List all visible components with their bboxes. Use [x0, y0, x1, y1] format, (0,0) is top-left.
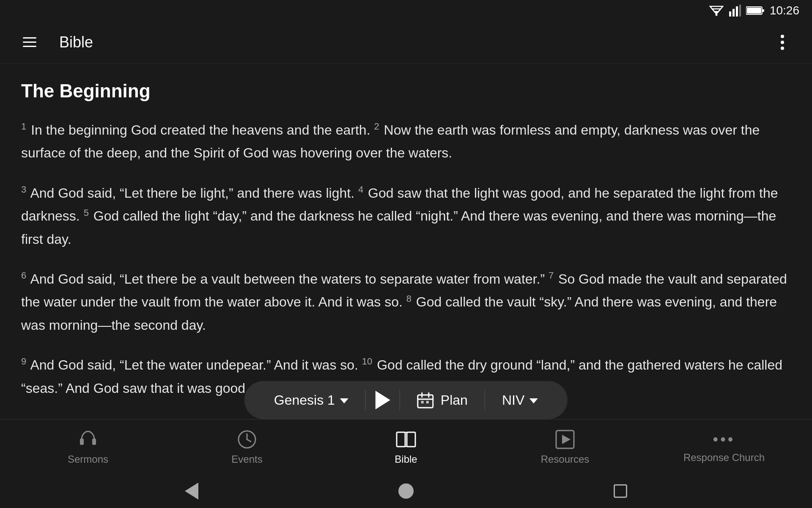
verse-text-9a: And God said, “Let the water unde — [27, 357, 236, 373]
svg-rect-3 — [736, 6, 738, 17]
verse-num-2: 2 — [374, 121, 379, 132]
tab-bible-label: Bible — [395, 453, 417, 465]
verse-text-3: And God said, “Let there be light,” and … — [27, 185, 358, 201]
status-time: 10:26 — [770, 4, 799, 17]
tab-response-church[interactable]: ••• Response Church — [645, 426, 804, 468]
tab-bible[interactable]: Bible — [326, 425, 486, 469]
more-vertical-icon — [780, 33, 785, 52]
chapter-chevron-icon — [340, 398, 348, 403]
more-options-button[interactable] — [770, 30, 795, 55]
audio-play-button[interactable] — [370, 387, 395, 413]
svg-point-10 — [781, 47, 784, 50]
hamburger-icon — [23, 37, 36, 47]
verse-num-4: 4 — [358, 184, 363, 195]
verse-block-6-8: 6 And God said, “Let there be a vault be… — [21, 268, 791, 337]
play-square-icon — [554, 429, 576, 450]
recents-icon — [614, 484, 627, 498]
verse-num-3: 3 — [21, 184, 26, 195]
verse-num-9: 9 — [21, 356, 26, 367]
version-label: NIV — [502, 392, 524, 408]
svg-rect-11 — [418, 395, 433, 408]
chapter-selector[interactable]: Genesis 1 — [261, 392, 361, 408]
svg-rect-17 — [80, 439, 84, 445]
home-icon — [398, 483, 414, 499]
tab-resources[interactable]: Resources — [486, 425, 645, 469]
back-button[interactable] — [185, 483, 198, 500]
app-bar-title: Bible — [59, 33, 770, 51]
more-dots-icon: ••• — [713, 431, 735, 448]
verse-block-3-5: 3 And God said, “Let there be light,” an… — [21, 182, 791, 251]
tab-response-church-label: Response Church — [683, 452, 765, 464]
svg-line-21 — [247, 439, 251, 442]
book-open-icon — [395, 429, 417, 450]
status-bar: 10:26 — [0, 0, 812, 21]
svg-rect-4 — [739, 5, 741, 17]
svg-rect-2 — [732, 9, 735, 17]
app-bar: Bible — [0, 21, 812, 64]
calendar-icon — [417, 392, 434, 409]
verse-num-10: 10 — [362, 356, 372, 367]
svg-point-0 — [715, 14, 717, 16]
system-nav-bar — [0, 474, 812, 508]
verse-num-6: 6 — [21, 270, 26, 281]
svg-rect-7 — [747, 8, 761, 14]
plan-button[interactable]: Plan — [404, 392, 480, 409]
tab-events[interactable]: Events — [167, 425, 326, 469]
svg-rect-15 — [421, 401, 424, 403]
battery-icon — [746, 6, 765, 16]
hamburger-menu-button[interactable] — [17, 30, 42, 55]
chapter-label: Genesis 1 — [274, 392, 335, 408]
wifi-icon — [709, 5, 724, 17]
svg-rect-6 — [762, 9, 764, 12]
nav-divider-3 — [485, 389, 485, 411]
verse-num-8: 8 — [406, 293, 411, 304]
recents-button[interactable] — [614, 484, 627, 498]
signal-icon — [729, 5, 741, 17]
verse-text-6: And God said, “Let there be a vault betw… — [27, 271, 549, 287]
verse-block-1-2: 1 In the beginning God created the heave… — [21, 119, 791, 165]
tab-sermons[interactable]: Sermons — [8, 425, 167, 469]
headphones-icon — [77, 429, 99, 450]
plan-label: Plan — [441, 392, 468, 408]
verse-text-9b: pear.” And it was so. — [236, 357, 362, 373]
chapter-nav-bar: Genesis 1 Plan NIV — [244, 381, 568, 419]
tab-events-label: Events — [231, 453, 262, 465]
svg-rect-18 — [92, 439, 96, 445]
svg-marker-27 — [562, 435, 571, 444]
svg-rect-22 — [397, 432, 405, 447]
verse-text-1: In the beginning God created the heavens… — [27, 122, 374, 138]
status-icons: 10:26 — [709, 4, 799, 17]
tab-resources-label: Resources — [541, 453, 590, 465]
back-icon — [185, 483, 198, 500]
nav-divider-1 — [365, 389, 366, 411]
svg-rect-23 — [407, 432, 415, 447]
svg-point-8 — [781, 35, 784, 38]
verse-text-5: God called the light “day,” and the dark… — [21, 208, 776, 246]
home-button[interactable] — [398, 483, 414, 499]
svg-rect-1 — [729, 11, 731, 17]
play-icon — [375, 391, 390, 409]
section-title: The Beginning — [21, 80, 791, 102]
verse-num-7: 7 — [549, 270, 554, 281]
version-chevron-icon — [529, 398, 538, 403]
tab-sermons-label: Sermons — [68, 453, 108, 465]
verse-num-5: 5 — [84, 207, 89, 218]
svg-point-9 — [781, 41, 784, 44]
verse-num-1: 1 — [21, 121, 26, 132]
clock-icon — [236, 429, 258, 450]
bible-content: The Beginning 1 In the beginning God cre… — [0, 64, 812, 419]
tab-bar: Sermons Events Bible Resources ••• Respo… — [0, 419, 812, 474]
svg-rect-16 — [426, 401, 429, 403]
nav-divider-2 — [400, 389, 400, 411]
version-selector[interactable]: NIV — [489, 392, 551, 408]
